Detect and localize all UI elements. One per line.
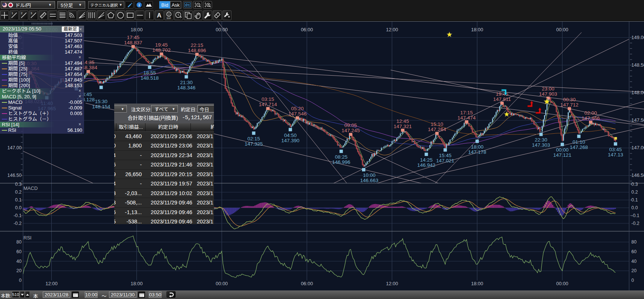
svg-text:icon: icon	[167, 17, 171, 19]
svg-text:12:00: 12:00	[386, 27, 398, 32]
svg-text:60: 60	[631, 249, 637, 254]
svg-text:00:00: 00:00	[216, 27, 228, 32]
svg-text:147.264: 147.264	[428, 127, 446, 132]
svg-text:17:15: 17:15	[460, 110, 473, 115]
svg-text:80: 80	[631, 239, 637, 245]
svg-text:15:10: 15:10	[431, 121, 443, 127]
svg-text:0.1: 0.1	[631, 197, 638, 203]
svg-text:18:00: 18:00	[471, 281, 483, 286]
svg-text:147.121: 147.121	[553, 152, 571, 158]
svg-text:40: 40	[16, 259, 22, 264]
svg-text:0.2: 0.2	[631, 190, 638, 195]
svg-text:147.321: 147.321	[394, 124, 412, 129]
svg-text:0.0: 0.0	[15, 205, 22, 210]
svg-text:60: 60	[16, 249, 22, 254]
svg-text:147.903: 147.903	[539, 91, 557, 97]
svg-text:148.50: 148.50	[631, 62, 644, 68]
svg-text:80: 80	[16, 239, 22, 245]
svg-text:15:30: 15:30	[95, 99, 108, 104]
svg-text:146.50: 146.50	[631, 172, 644, 178]
svg-text:A: A	[157, 12, 161, 19]
svg-text:147.50: 147.50	[631, 117, 644, 123]
svg-text:00:00: 00:00	[556, 281, 568, 286]
svg-text:148.702: 148.702	[153, 47, 171, 53]
svg-text:06:00: 06:00	[301, 27, 313, 32]
svg-text:02:15: 02:15	[247, 136, 260, 141]
svg-text:14:25: 14:25	[420, 157, 433, 163]
svg-text:00:00: 00:00	[556, 27, 568, 32]
svg-text:06:00: 06:00	[301, 281, 313, 286]
svg-text:147.712: 147.712	[560, 102, 579, 108]
svg-text:18:55: 18:55	[143, 70, 156, 76]
svg-text:03:15: 03:15	[262, 96, 274, 102]
svg-text:RSI: RSI	[23, 235, 32, 241]
svg-text:147.546: 147.546	[288, 111, 307, 117]
svg-text:12:45: 12:45	[396, 118, 409, 124]
svg-text:-0.1: -0.1	[631, 213, 640, 218]
svg-text:10:00: 10:00	[363, 172, 376, 178]
svg-text:23:00: 23:00	[542, 86, 554, 92]
svg-text:147.13: 147.13	[608, 152, 623, 158]
svg-text:149.00: 149.00	[631, 35, 644, 40]
svg-text:08:25: 08:25	[335, 154, 347, 160]
svg-text:03:45: 03:45	[609, 147, 622, 152]
svg-text:19:45: 19:45	[155, 42, 168, 48]
svg-text:146.942: 146.942	[417, 162, 435, 168]
svg-text:00:00: 00:00	[556, 147, 569, 153]
svg-text:1: 1	[12, 12, 13, 15]
svg-text:147.00: 147.00	[7, 145, 22, 150]
svg-text:2: 2	[21, 12, 23, 15]
svg-text:18:00: 18:00	[131, 281, 143, 286]
svg-text:148.837: 148.837	[124, 40, 142, 45]
svg-text:-0.2: -0.2	[631, 221, 640, 226]
svg-text:147.268: 147.268	[570, 144, 588, 150]
svg-text:22:30: 22:30	[535, 137, 547, 143]
svg-text:0.3: 0.3	[15, 182, 22, 187]
svg-text:-0.2: -0.2	[13, 221, 22, 226]
svg-text:0.2: 0.2	[15, 190, 22, 195]
svg-text:18:00: 18:00	[471, 27, 483, 32]
svg-text:147.00: 147.00	[631, 145, 644, 150]
svg-text:147.474: 147.474	[458, 115, 476, 121]
svg-text:0.0: 0.0	[631, 205, 638, 210]
svg-text:01:10: 01:10	[573, 139, 585, 145]
svg-text:05:20: 05:20	[291, 106, 304, 111]
svg-text:147.021: 147.021	[436, 158, 454, 163]
svg-text:3: 3	[31, 12, 32, 15]
svg-text:148.346: 148.346	[177, 85, 195, 90]
svg-text:00:00: 00:00	[216, 281, 228, 286]
svg-text:147.466: 147.466	[581, 115, 600, 121]
svg-text:18:00: 18:00	[471, 144, 484, 150]
svg-text:15:45: 15:45	[439, 153, 452, 158]
svg-text:147.325: 147.325	[244, 141, 263, 147]
svg-text:148.154: 148.154	[92, 104, 110, 109]
svg-text:12:00: 12:00	[386, 281, 398, 286]
svg-text:0: 0	[19, 278, 22, 283]
svg-text:MACD: MACD	[23, 185, 38, 191]
svg-text:147.245: 147.245	[342, 128, 360, 133]
svg-text:147.303: 147.303	[532, 142, 550, 148]
svg-text:21:30: 21:30	[180, 80, 193, 85]
svg-text:146.663: 146.663	[360, 178, 378, 183]
svg-text:148.00: 148.00	[631, 90, 644, 95]
svg-text:148.696: 148.696	[188, 48, 206, 53]
svg-text:18:00: 18:00	[131, 27, 143, 32]
svg-text:04:50: 04:50	[284, 133, 297, 138]
svg-text:20: 20	[16, 268, 22, 273]
svg-text:146.50: 146.50	[7, 173, 22, 178]
svg-text:12:00: 12:00	[45, 281, 58, 286]
svg-text:0: 0	[631, 278, 634, 283]
svg-text:147.390: 147.390	[281, 138, 299, 143]
svg-text:146.996: 146.996	[332, 159, 350, 165]
svg-text:-0.1: -0.1	[13, 213, 22, 218]
svg-text:17:45: 17:45	[127, 35, 140, 40]
svg-text:40: 40	[631, 259, 637, 264]
svg-text:i: i	[138, 3, 140, 7]
svg-text:147.811: 147.811	[493, 96, 511, 102]
svg-text:0.3: 0.3	[631, 182, 638, 187]
svg-text:147.714: 147.714	[259, 102, 277, 107]
svg-text:0.1: 0.1	[15, 197, 22, 203]
svg-text:09:05: 09:05	[345, 123, 357, 128]
svg-text:20: 20	[631, 268, 637, 273]
svg-text:00:30: 00:30	[563, 97, 576, 102]
